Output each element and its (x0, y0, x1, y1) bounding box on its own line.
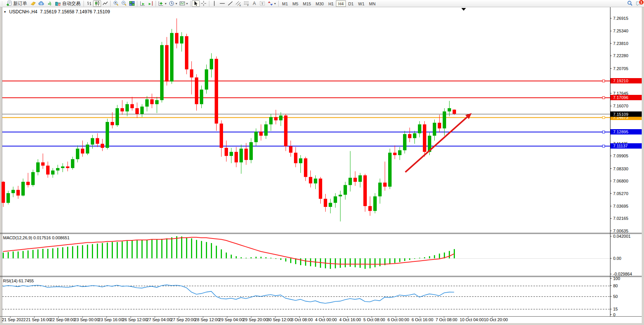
arrows-button[interactable]: ▼ (267, 0, 277, 7)
chart-ohlc-values: 7.15619 7.15658 7.14976 7.15109 (40, 9, 110, 14)
macd-histogram-bar (310, 258, 311, 266)
date-label: 28 Sep 12:00 (195, 317, 220, 322)
macd-histogram-bar (176, 236, 177, 258)
candle-body (230, 152, 233, 156)
chart-shift-button[interactable] (146, 0, 154, 7)
candlestick-chart-button[interactable] (93, 0, 101, 7)
signals-button[interactable] (45, 0, 53, 7)
candle-body (76, 149, 79, 159)
toolbar-separator (110, 1, 111, 6)
tile-windows-button[interactable] (128, 0, 136, 7)
macd-histogram-bar (414, 258, 415, 259)
price-tick-label: 7.22280 (613, 53, 628, 58)
timeframe-button-d1[interactable]: D1 (346, 0, 356, 7)
search-button[interactable] (626, 0, 634, 7)
timeframe-button-h1[interactable]: H1 (326, 0, 336, 7)
candle-body (111, 122, 114, 125)
chart-canvas[interactable]: 7.269157.253407.238107.222807.207057.176… (0, 7, 644, 325)
candle-body (46, 166, 50, 175)
date-label: 5 Oct 08:00 (363, 317, 385, 322)
macd-histogram-bar (47, 249, 48, 258)
timeframe-button-m1[interactable]: M1 (280, 0, 290, 7)
chart-window: 7.269157.253407.238107.222807.207057.176… (0, 7, 644, 325)
macd-histogram-bar (62, 247, 63, 258)
hline-handle[interactable] (602, 80, 605, 82)
candle-body (26, 182, 30, 185)
market-watch-button[interactable] (29, 0, 37, 7)
search-icon (627, 0, 633, 6)
zoom-in-button[interactable] (112, 0, 120, 7)
date-label: 22 Sep 08:00 (50, 317, 75, 322)
macd-histogram-bar (211, 243, 212, 258)
indicators-button[interactable]: ▼ (157, 0, 168, 7)
candle-body (135, 108, 139, 114)
fibonacci-button[interactable]: F (243, 0, 251, 7)
candle-body (438, 123, 441, 128)
timeframe-group: M1M5M15M30H1H4D1W1MN (280, 0, 378, 7)
candle-body (418, 124, 421, 133)
candle-body (190, 69, 193, 77)
candle-body (284, 115, 287, 146)
macd-histogram-bar (27, 250, 29, 258)
equidistant-channel-button[interactable]: E (234, 0, 243, 7)
new-order-button[interactable]: 新订单 (4, 0, 29, 7)
rsi-tick-label: 80 (613, 283, 618, 288)
date-axis: 21 Sep 202221 Sep 16:0022 Sep 08:0023 Se… (2, 317, 508, 322)
text-label-button[interactable]: T (259, 0, 267, 7)
candle-body (279, 115, 283, 120)
macd-histogram-bar (300, 258, 301, 265)
macd-histogram-bar (146, 240, 148, 258)
bar-chart-button[interactable] (85, 0, 93, 7)
macd-histogram-bar (107, 243, 108, 258)
macd-histogram-bar (137, 240, 138, 258)
hline-handle[interactable] (602, 145, 605, 147)
candle-body (155, 100, 159, 104)
templates-button[interactable]: ▼ (178, 0, 189, 7)
zoom-out-button[interactable] (120, 0, 128, 7)
autotrading-button[interactable]: 自动交易 (53, 0, 82, 7)
date-label: 23 Sep 00:00 (74, 317, 99, 322)
date-label: 6 Oct 16:00 (411, 317, 433, 322)
chart-menu-icon[interactable]: ▼ (3, 10, 6, 14)
macd-histogram-bar (67, 247, 68, 258)
macd-histogram-bar (320, 258, 321, 268)
candle-body (393, 153, 397, 155)
macd-histogram-bar (315, 258, 316, 267)
candle-body (96, 138, 99, 144)
macd-histogram-bar (186, 237, 187, 258)
horizontal-line-button[interactable] (218, 0, 226, 7)
date-label: 10 Oct 20:00 (484, 317, 508, 322)
timeframe-button-m5[interactable]: M5 (290, 0, 300, 7)
date-label: 23 Sep 16:00 (98, 317, 123, 322)
candle-body (383, 183, 387, 187)
toolbar-drag-handle[interactable] (2, 1, 3, 6)
line-chart-button[interactable] (101, 0, 109, 7)
timeframe-button-h4[interactable]: H4 (336, 0, 346, 7)
macd-histogram-bar (374, 258, 376, 267)
price-tick-label: 7.06800 (613, 179, 628, 183)
candle-body (334, 196, 337, 203)
chat-button[interactable]: 1 (634, 0, 642, 7)
cursor-button[interactable] (192, 0, 200, 7)
timeframe-button-m30[interactable]: M30 (313, 0, 326, 7)
candle-body (408, 134, 411, 138)
macd-histogram-bar (255, 257, 257, 258)
text-button[interactable]: A (251, 0, 259, 7)
hline-handle[interactable] (602, 131, 605, 133)
crosshair-button[interactable] (200, 0, 208, 7)
macd-histogram-bar (369, 258, 371, 268)
vertical-line-button[interactable] (210, 0, 218, 7)
hline-handle[interactable] (602, 117, 605, 119)
vertical-line-icon (211, 0, 217, 6)
timeframe-button-mn[interactable]: MN (367, 0, 378, 7)
community-button[interactable] (37, 0, 45, 7)
candle-body (56, 168, 59, 170)
price-tick-label: 7.02165 (613, 216, 628, 221)
auto-scroll-button[interactable] (138, 0, 146, 7)
hline-handle[interactable] (602, 97, 605, 99)
timeframe-button-w1[interactable]: W1 (356, 0, 367, 7)
trendline-button[interactable] (226, 0, 234, 7)
periods-button[interactable]: ▼ (168, 0, 178, 7)
timeframe-button-m15[interactable]: M15 (300, 0, 313, 7)
macd-histogram-bar (13, 251, 14, 258)
